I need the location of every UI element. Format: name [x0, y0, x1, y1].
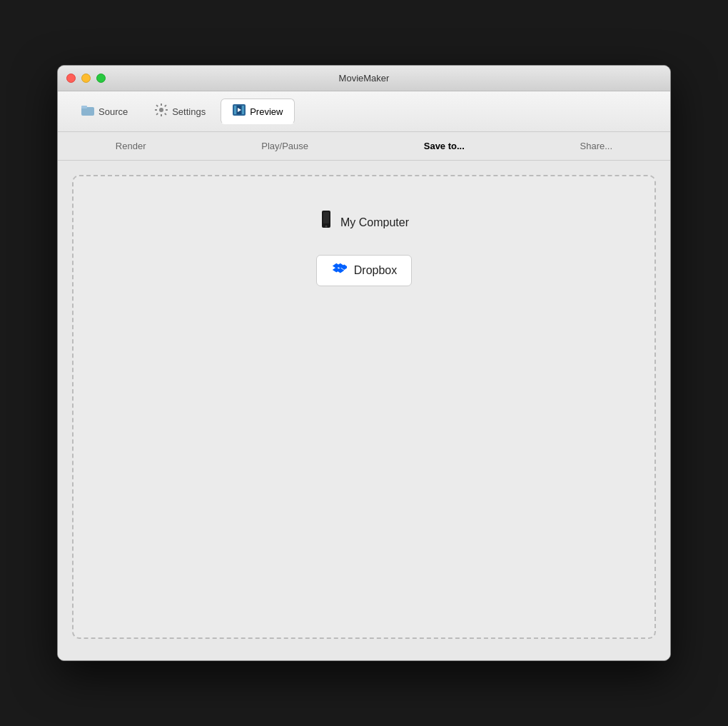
svg-rect-5 — [242, 106, 244, 114]
tab-preview[interactable]: Preview — [221, 99, 295, 124]
tab-settings[interactable]: Settings — [143, 99, 218, 124]
tab-source-label: Source — [98, 106, 128, 117]
dropbox-option[interactable]: Dropbox — [316, 255, 412, 286]
tab-source[interactable]: Source — [69, 99, 140, 124]
my-computer-option[interactable]: My Computer — [308, 205, 420, 241]
computer-icon — [319, 211, 333, 235]
maximize-button[interactable] — [96, 74, 106, 83]
window-controls — [66, 74, 106, 83]
close-button[interactable] — [66, 74, 76, 83]
window-title: MovieMaker — [339, 73, 390, 84]
gear-icon — [155, 104, 168, 119]
film-icon — [233, 104, 246, 119]
svg-rect-4 — [234, 106, 236, 114]
title-bar: MovieMaker — [58, 66, 670, 91]
dropbox-label: Dropbox — [354, 264, 397, 277]
toolbar: Source Settings Preview — [58, 91, 670, 132]
content-area: My Computer Dropbox — [58, 161, 670, 660]
render-button[interactable]: Render — [107, 138, 155, 154]
save-to-button[interactable]: Save to... — [415, 138, 473, 154]
svg-rect-1 — [81, 106, 87, 109]
folder-icon — [81, 104, 94, 119]
tab-settings-label: Settings — [172, 106, 206, 117]
app-window: MovieMaker Source Settings — [57, 65, 671, 661]
svg-rect-9 — [323, 212, 329, 223]
my-computer-label: My Computer — [340, 216, 409, 229]
tab-preview-label: Preview — [250, 106, 283, 117]
svg-point-10 — [325, 226, 327, 228]
play-pause-button[interactable]: Play/Pause — [253, 138, 317, 154]
sub-toolbar: Render Play/Pause Save to... Share... — [58, 132, 670, 161]
minimize-button[interactable] — [81, 74, 91, 83]
share-button[interactable]: Share... — [572, 138, 622, 154]
svg-point-2 — [159, 108, 163, 112]
dropbox-icon — [331, 261, 347, 280]
save-options-container: My Computer Dropbox — [72, 175, 656, 639]
